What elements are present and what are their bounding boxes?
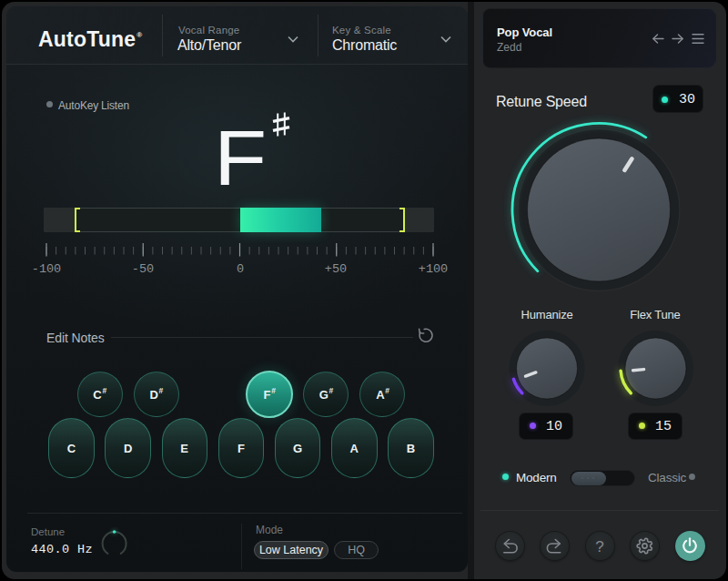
svg-text:?: ?: [595, 538, 603, 556]
